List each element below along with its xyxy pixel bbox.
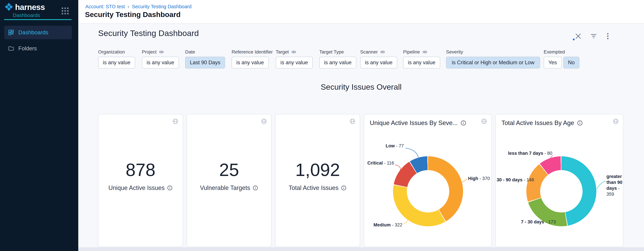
callout-less-than-7-days: less than 7 days - 80 <box>502 150 552 156</box>
chart-card-issues-by-age: Total Active Issues By Age <box>495 114 623 247</box>
folder-icon <box>8 45 14 52</box>
harness-logo-text: harness <box>15 2 45 12</box>
app-switcher-icon[interactable] <box>62 7 69 14</box>
stat-value: 878 <box>108 160 173 180</box>
callout-critical: Critical - 116 <box>365 160 394 166</box>
leader-low <box>406 148 418 158</box>
filter-date: Date Last 90 Days <box>185 49 225 68</box>
filter-value-chip[interactable]: is any value <box>319 57 356 68</box>
breadcrumb-account-link[interactable]: Account: STO test <box>85 4 125 9</box>
info-icon[interactable] <box>341 185 346 191</box>
leader-greater90 <box>597 181 606 189</box>
filter-value-chip[interactable]: is any value <box>403 57 440 68</box>
filter-pipeline: Pipeline is any value <box>403 49 440 68</box>
donut-hole <box>540 170 582 213</box>
filter-target: Target is any value <box>276 49 313 68</box>
chart-card-issues-by-severity: Unique Active Issues By Seve... <box>364 114 492 247</box>
chart-title: Total Active Issues By Age <box>502 119 574 127</box>
close-icon[interactable] <box>574 32 582 40</box>
sidebar-item-label: Dashboards <box>18 29 48 36</box>
stat-label: Total Active Issues <box>289 184 338 192</box>
page-background-strip <box>78 247 644 251</box>
globe-icon[interactable] <box>349 118 356 124</box>
filter-project: Project is any value <box>142 49 179 68</box>
globe-icon[interactable] <box>261 118 267 124</box>
filter-organization: Organization is any value <box>98 49 135 68</box>
filter-label: Scanner <box>360 49 378 55</box>
info-icon[interactable] <box>167 185 173 191</box>
callout-7-30-days: 7 - 30 days - 173 <box>521 219 556 225</box>
filter-label: Target <box>276 49 289 55</box>
filter-label: Reference Identifier <box>232 49 273 55</box>
stat-card-vulnerable-targets: 25 Vulnerable Targets <box>187 114 272 247</box>
callout-30-90-days: 30 - 90 days - 146 <box>496 177 534 183</box>
stat-value: 1,092 <box>289 160 346 180</box>
donut-chart-severity[interactable] <box>393 156 463 226</box>
filter-value-chip[interactable]: is any value <box>232 57 269 68</box>
section-title: Security Issues Overall <box>78 82 644 91</box>
donut-chart-age[interactable] <box>526 156 596 226</box>
filter-value-chip[interactable]: is Critical or High or Medium or Low <box>446 57 540 68</box>
breadcrumb-page-link[interactable]: Security Testing Dashboard <box>132 4 192 9</box>
filter-exempted: Exempted Yes No <box>544 49 579 68</box>
stat-label: Vulnerable Targets <box>200 184 250 192</box>
exempted-yes-button[interactable]: Yes <box>544 57 562 68</box>
globe-icon[interactable] <box>172 118 178 124</box>
filter-value-chip[interactable]: is any value <box>98 57 135 68</box>
dashboards-grid-icon <box>8 29 14 36</box>
sidebar-item-label: Folders <box>18 45 37 52</box>
filter-value-chip[interactable]: is any value <box>360 57 397 68</box>
globe-icon[interactable] <box>612 118 619 124</box>
filter-target-type: Target Type is any value <box>319 49 356 68</box>
link-icon <box>380 49 385 54</box>
stat-value: 25 <box>200 160 258 180</box>
globe-icon[interactable] <box>481 118 487 124</box>
dashboard-panel: Security Testing Dashboard Organization … <box>78 24 644 247</box>
link-icon <box>159 49 164 54</box>
filter-label: Exempted <box>544 49 579 55</box>
callout-greater-than-90-days: greater than 90 days - 359 <box>606 174 625 197</box>
stat-card-total-active-issues: 1,092 Total Active Issues <box>275 114 360 247</box>
page-title: Security Testing Dashboard <box>85 10 180 19</box>
filter-label: Organization <box>98 49 135 55</box>
dashboard-title: Security Testing Dashboard <box>98 28 199 38</box>
filter-value-chip[interactable]: is any value <box>276 57 313 68</box>
sidebar-accent-divider <box>4 19 72 20</box>
info-icon[interactable] <box>577 120 583 126</box>
app-window: ❖ harness Dashboards Dashboards <box>0 0 644 251</box>
chart-title: Unique Active Issues By Seve... <box>370 119 458 127</box>
breadcrumb-chevron-icon: › <box>128 4 129 9</box>
link-icon <box>422 49 427 54</box>
filter-label: Date <box>185 49 225 55</box>
filter-value-chip[interactable]: Last 90 Days <box>185 57 225 68</box>
breadcrumb: Account: STO test › Security Testing Das… <box>85 4 192 9</box>
stat-card-unique-active-issues: 878 Unique Active Issues <box>98 114 183 247</box>
callout-medium: Medium - 322 <box>374 222 402 228</box>
filter-label: Project <box>142 49 156 55</box>
page-header: Account: STO test › Security Testing Das… <box>78 0 644 24</box>
kebab-menu-icon[interactable] <box>604 32 612 40</box>
sidebar-item-dashboards[interactable]: Dashboards <box>4 26 72 39</box>
harness-logo-icon: ❖ <box>4 2 14 12</box>
module-name-label: Dashboards <box>13 12 40 18</box>
cards-row: 878 Unique Active Issues <box>98 114 623 247</box>
donut-hole <box>407 170 449 213</box>
filter-reference-identifier: Reference Identifier is any value <box>232 49 273 68</box>
callout-low: Low - 77 <box>369 143 404 149</box>
harness-logo: ❖ harness <box>4 2 45 12</box>
callout-high: High - 370 <box>468 176 490 182</box>
exempted-no-button[interactable]: No <box>563 57 580 68</box>
filters-icon[interactable] <box>590 32 598 40</box>
info-icon[interactable] <box>460 120 466 126</box>
filter-value-chip[interactable]: is any value <box>142 57 179 68</box>
sidebar: ❖ harness Dashboards Dashboards <box>0 0 78 251</box>
filter-label: Severity <box>446 49 540 55</box>
stat-label: Unique Active Issues <box>108 184 164 192</box>
filter-label: Target Type <box>319 49 356 55</box>
sidebar-item-folders[interactable]: Folders <box>4 42 72 55</box>
info-icon[interactable] <box>252 185 258 191</box>
link-icon <box>291 49 296 54</box>
leader-critical <box>395 165 400 171</box>
filter-severity: Severity is Critical or High or Medium o… <box>446 49 540 68</box>
leader-high <box>462 179 467 182</box>
